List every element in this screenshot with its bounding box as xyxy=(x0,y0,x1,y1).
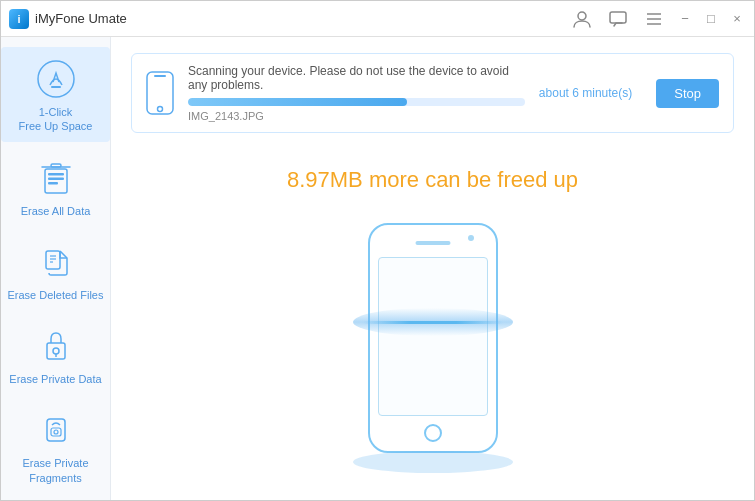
phone-screen xyxy=(378,257,488,416)
phone-speaker xyxy=(415,241,450,245)
chat-icon[interactable] xyxy=(604,5,632,33)
svg-rect-9 xyxy=(48,177,64,180)
progress-bar-fill xyxy=(188,98,407,106)
sidebar-label-erase-all-data: Erase All Data xyxy=(21,204,91,218)
svg-rect-10 xyxy=(48,182,58,185)
progress-bar-wrap xyxy=(188,98,525,106)
logo-icon: i xyxy=(9,9,29,29)
phone-shadow xyxy=(353,451,513,473)
svg-point-0 xyxy=(578,12,586,20)
erase-private-data-icon xyxy=(34,324,78,368)
phone-body xyxy=(368,223,498,453)
erase-all-data-icon xyxy=(34,156,78,200)
app-logo: i iMyFone Umate xyxy=(9,9,127,29)
maximize-button[interactable]: □ xyxy=(702,10,720,28)
svg-rect-21 xyxy=(51,428,61,436)
close-button[interactable]: × xyxy=(728,10,746,28)
sidebar-item-erase-private-data[interactable]: Erase Private Data xyxy=(1,314,110,394)
app-title: iMyFone Umate xyxy=(35,11,127,26)
sidebar: 1-Click Free Up Space Erase All Data xyxy=(1,37,111,501)
phone-home-button xyxy=(424,424,442,442)
sidebar-label-erase-deleted-files: Erase Deleted Files xyxy=(8,288,104,302)
title-bar: i iMyFone Umate − □ × xyxy=(1,1,754,37)
svg-rect-12 xyxy=(51,164,61,167)
freed-up-text: 8.97MB more can be freed up xyxy=(287,167,578,193)
phone-illustration xyxy=(333,213,533,473)
main-layout: 1-Click Free Up Space Erase All Data xyxy=(1,37,754,501)
sidebar-label-erase-private-data: Erase Private Data xyxy=(9,372,101,386)
scan-time-remaining: about 6 minute(s) xyxy=(539,86,632,100)
stop-button[interactable]: Stop xyxy=(656,79,719,108)
sidebar-label-erase-private-fragments: Erase Private Fragments xyxy=(7,456,104,485)
sidebar-item-erase-all-data[interactable]: Erase All Data xyxy=(1,146,110,226)
phone-camera xyxy=(468,235,474,241)
svg-rect-7 xyxy=(45,169,67,193)
svg-rect-8 xyxy=(48,173,64,176)
svg-point-22 xyxy=(54,430,58,434)
sidebar-label-free-up-space: 1-Click Free Up Space xyxy=(19,105,93,134)
scan-message: Scanning your device. Please do not use … xyxy=(188,64,525,92)
svg-point-18 xyxy=(53,348,59,354)
svg-point-25 xyxy=(158,107,163,112)
title-bar-controls: − □ × xyxy=(568,5,746,33)
user-icon[interactable] xyxy=(568,5,596,33)
erase-private-fragments-icon xyxy=(34,408,78,452)
svg-rect-23 xyxy=(147,72,173,114)
erase-deleted-files-icon xyxy=(34,240,78,284)
content-area: Scanning your device. Please do not use … xyxy=(111,37,754,501)
scan-filename: IMG_2143.JPG xyxy=(188,110,525,122)
sidebar-item-erase-deleted-files[interactable]: Erase Deleted Files xyxy=(1,230,110,310)
scan-info: Scanning your device. Please do not use … xyxy=(188,64,525,122)
sidebar-item-free-up-space[interactable]: 1-Click Free Up Space xyxy=(1,47,110,142)
svg-rect-1 xyxy=(610,12,626,23)
svg-rect-13 xyxy=(46,251,60,269)
center-content: 8.97MB more can be freed up xyxy=(131,153,734,486)
scan-area: Scanning your device. Please do not use … xyxy=(131,53,734,133)
free-up-space-icon xyxy=(34,57,78,101)
scan-beam-line xyxy=(363,321,503,324)
sidebar-item-erase-private-fragments[interactable]: Erase Private Fragments xyxy=(1,398,110,493)
small-phone-icon xyxy=(146,71,174,115)
menu-icon[interactable] xyxy=(640,5,668,33)
minimize-button[interactable]: − xyxy=(676,10,694,28)
